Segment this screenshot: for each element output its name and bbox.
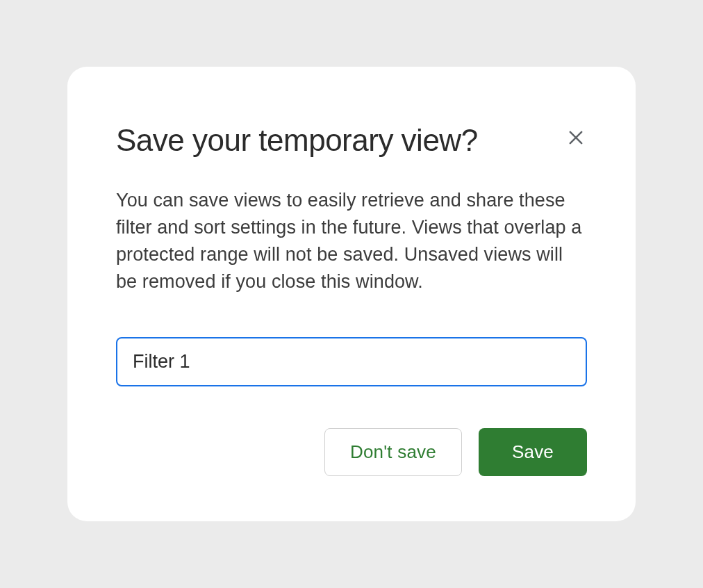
save-button[interactable]: Save (479, 428, 587, 476)
dialog-body-text: You can save views to easily retrieve an… (116, 187, 587, 296)
dialog-header: Save your temporary view? (116, 115, 587, 159)
save-view-dialog: Save your temporary view? You can save v… (67, 67, 636, 521)
dialog-title: Save your temporary view? (116, 122, 478, 159)
dialog-actions: Don't save Save (116, 428, 587, 476)
view-name-input[interactable] (116, 337, 587, 386)
dont-save-button[interactable]: Don't save (324, 428, 462, 476)
close-button[interactable] (561, 122, 591, 153)
close-icon (566, 128, 586, 147)
